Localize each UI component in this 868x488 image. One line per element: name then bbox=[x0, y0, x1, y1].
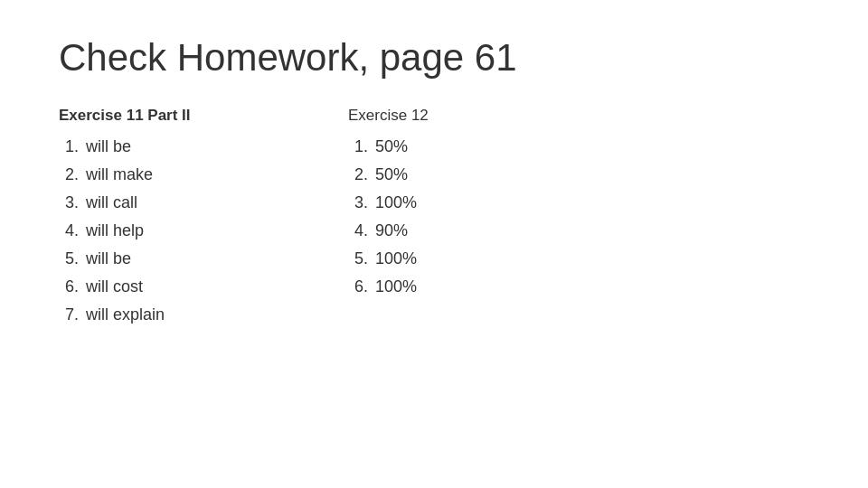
exercise-12-list: 1.50%2.50%3.100%4.90%5.100%6.100% bbox=[348, 137, 637, 296]
list-item: 7.will explain bbox=[59, 305, 348, 324]
list-val: will be bbox=[86, 137, 131, 156]
list-val: will cost bbox=[86, 277, 143, 296]
list-num: 2. bbox=[348, 165, 368, 184]
list-item: 4.90% bbox=[348, 221, 637, 240]
page-title: Check Homework, page 61 bbox=[59, 36, 809, 80]
list-val: 100% bbox=[375, 277, 417, 296]
exercise-11-header-prefix: Exercise 11 Part bbox=[59, 107, 182, 124]
list-num: 3. bbox=[59, 193, 79, 212]
list-val: 50% bbox=[375, 137, 408, 156]
list-num: 4. bbox=[59, 221, 79, 240]
exercise-12-header: Exercise 12 bbox=[348, 107, 637, 125]
list-item: 3.100% bbox=[348, 193, 637, 212]
list-num: 6. bbox=[59, 277, 79, 296]
list-val: 100% bbox=[375, 249, 417, 268]
exercise-11-header-bold: II bbox=[182, 107, 190, 124]
list-item: 2.50% bbox=[348, 165, 637, 184]
list-val: will explain bbox=[86, 305, 165, 324]
exercise-11-header: Exercise 11 Part II bbox=[59, 107, 348, 125]
list-num: 6. bbox=[348, 277, 368, 296]
exercise-12-block: Exercise 12 1.50%2.50%3.100%4.90%5.100%6… bbox=[348, 107, 637, 333]
list-val: 50% bbox=[375, 165, 408, 184]
list-val: 100% bbox=[375, 193, 417, 212]
exercise-11-list: 1.will be2.will make3.will call4.will he… bbox=[59, 137, 348, 324]
list-num: 4. bbox=[348, 221, 368, 240]
list-item: 4.will help bbox=[59, 221, 348, 240]
list-item: 3.will call bbox=[59, 193, 348, 212]
page: Check Homework, page 61 Exercise 11 Part… bbox=[0, 0, 868, 488]
list-num: 1. bbox=[348, 137, 368, 156]
exercise-11-block: Exercise 11 Part II 1.will be2.will make… bbox=[59, 107, 348, 333]
list-val: will call bbox=[86, 193, 137, 212]
list-item: 5.will be bbox=[59, 249, 348, 268]
list-item: 1.will be bbox=[59, 137, 348, 156]
list-item: 1.50% bbox=[348, 137, 637, 156]
content-area: Exercise 11 Part II 1.will be2.will make… bbox=[59, 107, 809, 333]
list-num: 5. bbox=[59, 249, 79, 268]
list-num: 3. bbox=[348, 193, 368, 212]
list-num: 5. bbox=[348, 249, 368, 268]
list-num: 1. bbox=[59, 137, 79, 156]
list-val: will make bbox=[86, 165, 153, 184]
list-item: 6.100% bbox=[348, 277, 637, 296]
list-item: 5.100% bbox=[348, 249, 637, 268]
list-item: 6.will cost bbox=[59, 277, 348, 296]
list-num: 2. bbox=[59, 165, 79, 184]
list-item: 2.will make bbox=[59, 165, 348, 184]
list-val: 90% bbox=[375, 221, 408, 240]
list-val: will be bbox=[86, 249, 131, 268]
list-num: 7. bbox=[59, 305, 79, 324]
list-val: will help bbox=[86, 221, 144, 240]
